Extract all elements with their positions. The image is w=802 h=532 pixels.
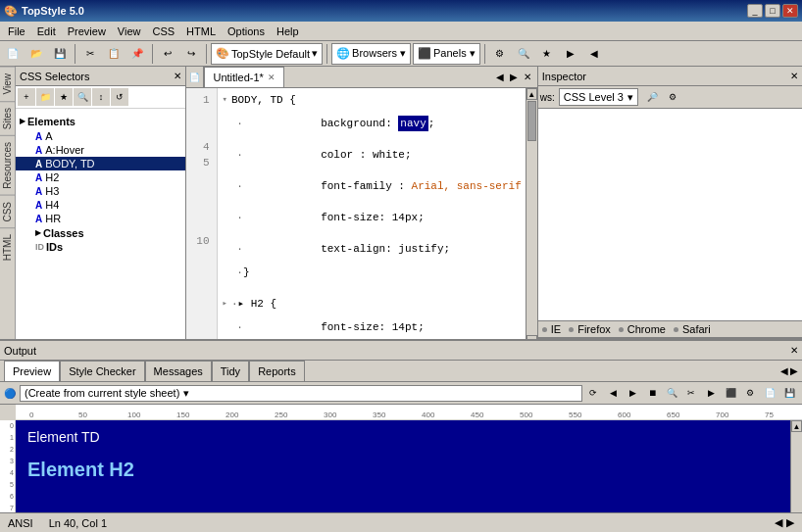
- tb-btn-4[interactable]: ▶: [560, 43, 581, 65]
- css-sort-btn[interactable]: ↕: [92, 88, 110, 106]
- menu-options[interactable]: Options: [222, 24, 271, 39]
- side-tab-css[interactable]: CSS: [0, 195, 15, 228]
- side-tab-view[interactable]: View: [0, 67, 15, 101]
- output-next-btn[interactable]: ▶: [790, 365, 798, 376]
- css-refresh-btn[interactable]: ↺: [111, 88, 128, 106]
- tab-prev-btn[interactable]: ◀: [494, 72, 506, 82]
- browser-ie[interactable]: IE: [542, 323, 561, 335]
- inspector-icon-2[interactable]: ⚙: [664, 88, 681, 106]
- menu-html[interactable]: HTML: [180, 24, 222, 39]
- output-tb-btn-6[interactable]: ✂: [682, 384, 700, 402]
- output-tb-btn-3[interactable]: ▶: [624, 384, 641, 402]
- tb-btn-2[interactable]: 🔍: [513, 43, 534, 65]
- close-button[interactable]: ✕: [782, 4, 798, 18]
- menu-help[interactable]: Help: [271, 24, 305, 39]
- output-tb-btn-1[interactable]: ⟳: [584, 384, 602, 402]
- undo-button[interactable]: ↩: [157, 43, 178, 65]
- redo-button[interactable]: ↪: [180, 43, 202, 65]
- side-tab-resources[interactable]: Resources: [0, 135, 15, 195]
- css-selectors-panel: CSS Selectors ✕ + 📁 ★ 🔍 ↕ ↺ ▸ Elements A…: [16, 67, 186, 359]
- editor-scrollbar-v[interactable]: ▲ ▼: [526, 88, 537, 347]
- css-filter-btn[interactable]: 🔍: [74, 88, 91, 106]
- editor-tab-close[interactable]: ✕: [268, 73, 276, 82]
- open-button[interactable]: 📂: [25, 43, 47, 65]
- tree-item-h3[interactable]: A H3: [16, 184, 185, 198]
- inspector-close[interactable]: ✕: [790, 71, 798, 81]
- output-tab-reports[interactable]: Reports: [249, 361, 305, 381]
- browser-firefox[interactable]: Firefox: [569, 323, 611, 335]
- stylesheet-dropdown[interactable]: (Create from current style sheet) ▾: [20, 385, 582, 402]
- tab-next-btn[interactable]: ▶: [508, 72, 520, 82]
- scroll-thumb[interactable]: [527, 101, 536, 141]
- maximize-button[interactable]: □: [765, 4, 780, 18]
- minimize-button[interactable]: _: [747, 4, 763, 18]
- scroll-up-btn[interactable]: ▲: [526, 88, 537, 100]
- status-prev-btn[interactable]: ◀: [775, 516, 782, 529]
- cut-button[interactable]: ✂: [79, 43, 101, 65]
- menu-file[interactable]: File: [2, 24, 31, 39]
- save-button[interactable]: 💾: [49, 43, 71, 65]
- css-star-btn[interactable]: ★: [55, 88, 73, 106]
- tb-btn-5[interactable]: ◀: [583, 43, 605, 65]
- menu-view[interactable]: View: [112, 24, 147, 39]
- output-tb-btn-5[interactable]: 🔍: [663, 384, 680, 402]
- tab-close-all-btn[interactable]: ✕: [522, 72, 533, 82]
- browser-chrome[interactable]: Chrome: [619, 323, 666, 335]
- tree-item-h2[interactable]: A H2: [16, 170, 185, 184]
- output-tb-btn-10[interactable]: 📄: [761, 384, 778, 402]
- code-content[interactable]: ▾ BODY, TD { · background: navy; · color…: [218, 88, 525, 347]
- output-tb-btn-4[interactable]: ⏹: [643, 384, 661, 402]
- inspector-icon-1[interactable]: 🔎: [644, 88, 662, 106]
- tree-item-body-td[interactable]: A BODY, TD: [16, 157, 185, 170]
- output-prev-btn[interactable]: ◀: [780, 365, 788, 376]
- output-tb-btn-9[interactable]: ⚙: [741, 384, 759, 402]
- tree-item-h4[interactable]: A H4: [16, 198, 185, 212]
- browsers-dropdown[interactable]: 🌐 Browsers ▾: [331, 43, 411, 65]
- style-dropdown[interactable]: 🎨 TopStyle Default ▾: [211, 43, 323, 65]
- tree-item-hr[interactable]: A HR: [16, 212, 185, 225]
- new-button[interactable]: 📄: [2, 43, 24, 65]
- tree-label-h2: H2: [45, 171, 59, 183]
- copy-button[interactable]: 📋: [103, 43, 125, 65]
- menu-css[interactable]: CSS: [146, 24, 180, 39]
- css-level-dropdown[interactable]: CSS Level 3 ▾: [559, 88, 638, 106]
- preview-element-td: Element TD: [27, 428, 778, 448]
- code-line-1: ▾ BODY, TD {: [222, 92, 521, 108]
- output-tb-btn-8[interactable]: ⬛: [722, 384, 739, 402]
- css-folder-btn[interactable]: 📁: [36, 88, 54, 106]
- output-tab-messages[interactable]: Messages: [145, 361, 212, 381]
- output-tab-preview[interactable]: Preview: [4, 361, 60, 381]
- output-close[interactable]: ✕: [790, 345, 798, 356]
- tb-btn-1[interactable]: ⚙: [489, 43, 511, 65]
- inspector-tb-btn-1[interactable]: 🔎: [644, 88, 662, 106]
- editor-tabs: 📄 Untitled-1* ✕ ◀ ▶ ✕: [186, 67, 536, 88]
- menu-bar: File Edit Preview View CSS HTML Options …: [0, 22, 802, 41]
- preview-scroll-up[interactable]: ▲: [791, 420, 802, 432]
- output-tab-style-checker[interactable]: Style Checker: [60, 361, 144, 381]
- output-tb-btn-11[interactable]: 💾: [780, 384, 798, 402]
- elements-group[interactable]: ▸ Elements: [16, 113, 185, 129]
- panels-dropdown[interactable]: ⬛ Panels ▾: [413, 43, 480, 65]
- side-tab-html[interactable]: HTML: [0, 227, 15, 266]
- tree-label-h3: H3: [45, 185, 59, 197]
- classes-label-btn[interactable]: ▸ Classes: [31, 225, 185, 240]
- tree-item-ahover[interactable]: A A:Hover: [16, 143, 185, 157]
- status-encoding: ANSI: [8, 517, 33, 529]
- browser-safari[interactable]: Safari: [674, 323, 711, 335]
- css-panel-close[interactable]: ✕: [174, 71, 181, 81]
- output-tab-tidy[interactable]: Tidy: [212, 361, 249, 381]
- output-tb-btn-2[interactable]: ◀: [604, 384, 622, 402]
- css-add-btn[interactable]: +: [18, 88, 35, 106]
- paste-button[interactable]: 📌: [126, 43, 148, 65]
- side-tab-sites[interactable]: Sites: [0, 101, 15, 135]
- fold-1[interactable]: ▾: [222, 92, 226, 108]
- fold-9[interactable]: ▸: [222, 296, 226, 312]
- menu-edit[interactable]: Edit: [31, 24, 62, 39]
- status-next-btn[interactable]: ▶: [786, 516, 794, 529]
- tb-btn-3[interactable]: ★: [536, 43, 558, 65]
- menu-preview[interactable]: Preview: [62, 24, 112, 39]
- output-tb-btn-7[interactable]: ▶: [702, 384, 720, 402]
- ids-label-btn[interactable]: ID IDs: [31, 240, 185, 254]
- tree-item-a[interactable]: A A: [16, 129, 185, 143]
- editor-tab-untitled[interactable]: Untitled-1* ✕: [204, 67, 283, 87]
